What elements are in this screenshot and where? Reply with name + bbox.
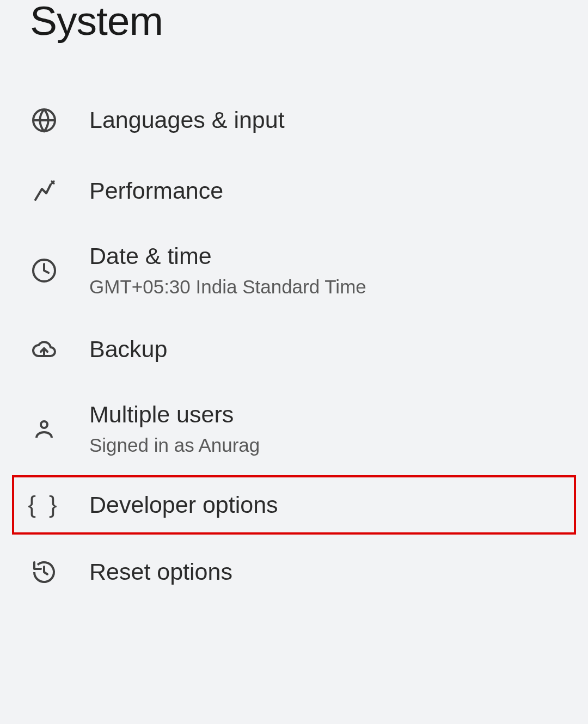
setting-item-backup[interactable]: Backup	[0, 314, 588, 385]
clock-icon	[30, 256, 58, 285]
setting-item-performance[interactable]: Performance	[0, 156, 588, 226]
text-group: Developer options	[89, 490, 278, 520]
setting-item-reset[interactable]: Reset options	[0, 537, 588, 608]
globe-icon	[30, 106, 58, 134]
text-group: Performance	[89, 176, 223, 206]
text-group: Date & time GMT+05:30 India Standard Tim…	[89, 242, 366, 299]
reset-icon	[30, 558, 58, 586]
cloud-upload-icon	[30, 335, 58, 364]
item-title: Developer options	[89, 490, 278, 520]
item-subtitle: GMT+05:30 India Standard Time	[89, 274, 366, 299]
settings-list: Languages & input Performance Date & tim…	[0, 85, 588, 608]
text-group: Languages & input	[89, 106, 285, 135]
item-title: Reset options	[89, 557, 232, 587]
setting-item-datetime[interactable]: Date & time GMT+05:30 India Standard Tim…	[0, 226, 588, 314]
item-title: Date & time	[89, 242, 366, 271]
text-group: Backup	[89, 335, 167, 364]
performance-icon	[30, 177, 58, 205]
person-icon	[30, 415, 58, 443]
setting-item-languages[interactable]: Languages & input	[0, 85, 588, 156]
page-title: System	[0, 0, 588, 44]
svg-point-4	[41, 421, 47, 428]
text-group: Multiple users Signed in as Anurag	[89, 400, 260, 457]
item-title: Languages & input	[89, 106, 285, 135]
setting-item-multipleusers[interactable]: Multiple users Signed in as Anurag	[0, 385, 588, 473]
braces-icon: { }	[30, 490, 58, 519]
item-title: Backup	[89, 335, 167, 364]
item-subtitle: Signed in as Anurag	[89, 433, 260, 458]
item-title: Performance	[89, 176, 223, 206]
setting-item-developer[interactable]: { } Developer options	[12, 475, 576, 535]
text-group: Reset options	[89, 557, 232, 587]
item-title: Multiple users	[89, 400, 260, 430]
